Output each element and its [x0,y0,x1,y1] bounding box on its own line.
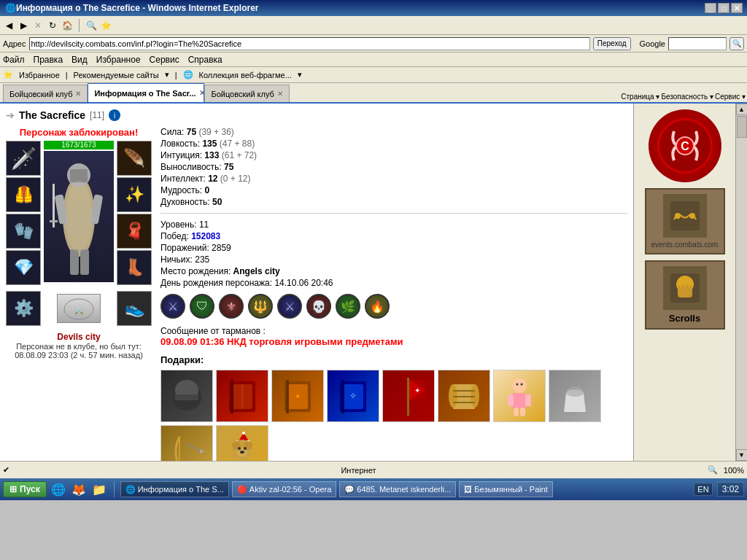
taskbar-icon-2: 💬 [344,485,355,494]
equipment-slot-1[interactable]: 🗡️ [6,141,41,176]
gift-item-2[interactable] [216,370,268,422]
char-main: Персонаж заблокирован! 🗡️ 🦺 🧤 [6,127,627,461]
tab-0[interactable]: Бойцовский клуб ✕ [3,85,88,102]
favorites-button[interactable]: ⭐ [100,20,112,31]
faction-icon-7[interactable]: 🌿 [336,294,360,319]
favorites-label[interactable]: Избранное [19,71,60,79]
tab-0-close[interactable]: ✕ [75,90,81,98]
guild-logo[interactable]: ⚔️ [57,294,101,323]
scroll-track[interactable] [736,115,748,449]
gift-item-4[interactable]: ✧ [327,370,379,422]
events-url: events.combats.com [651,241,719,249]
scroll-down-button[interactable]: ▼ [736,449,748,461]
gift-item-9[interactable] [160,425,213,461]
forward-button[interactable]: ▶ [18,20,29,31]
gift-item-5[interactable]: ✦ [382,370,435,422]
start-button[interactable]: ⊞ Пуск [3,481,47,497]
equipment-slot-7[interactable]: 🧣 [117,214,152,249]
tools-button[interactable]: Сервис ▾ [715,93,746,101]
minimize-button[interactable]: _ [705,3,716,13]
tab-1-close[interactable]: ✕ [199,89,205,97]
tab-2[interactable]: Бойцовский клуб ✕ [204,85,289,102]
faction-icon-1[interactable]: ⚔ [160,294,185,319]
combats-logo[interactable]: C [649,109,721,182]
google-search-button[interactable]: 🔍 [729,37,744,50]
equipment-slot-8[interactable]: 👢 [117,250,152,285]
taskbar-item-1[interactable]: 🔴 Aktiv zal-02:56 - Opera [232,481,337,497]
svg-text:✦: ✦ [414,386,420,394]
info-icon[interactable]: i [109,109,120,121]
tab-2-close[interactable]: ✕ [277,90,283,98]
lang-indicator[interactable]: EN [694,483,712,496]
menu-tools[interactable]: Сервис [150,55,179,65]
gift-item-3[interactable]: ✦ [271,370,324,422]
gift-item-8[interactable] [549,370,601,422]
gift-item-10[interactable]: Подарок от Tanya-casual [216,425,268,461]
menu-file[interactable]: Файл [3,55,25,65]
guild-date: 08.08.09 23:03 (2 ч. 57 мин. назад) [6,351,152,359]
equipment-slot-2[interactable]: 🦺 [6,177,41,212]
quicklaunch-folder[interactable]: 📁 [92,483,107,497]
events-banner[interactable]: events.combats.com [645,188,725,254]
menu-favorites[interactable]: Избранное [96,55,141,65]
gift-item-1[interactable] [160,370,213,422]
stop-button[interactable]: ✕ [32,20,44,31]
search-button[interactable]: 🔍 [85,20,97,31]
scroll-thumb[interactable] [737,116,747,138]
strength-val: 75 [187,127,196,137]
gifts-section: Подарки: [160,354,627,461]
tab-1-label: Информация о The Sacr... [94,89,196,98]
equipment-slot-5[interactable]: 🪶 [117,141,152,176]
restore-button[interactable]: □ [718,3,729,13]
security-button[interactable]: Безопасность ▾ [661,93,713,101]
recommended-sites[interactable]: Рекомендуемые сайты [74,71,159,79]
google-search-input[interactable] [668,37,727,50]
menu-help[interactable]: Справка [188,55,222,65]
gift-item-6[interactable] [438,370,490,422]
window-controls[interactable]: _ □ ✕ [705,3,743,13]
gift-item-7[interactable] [493,370,546,422]
svg-rect-41 [520,408,525,416]
portrait-area: 🗡️ 🦺 🧤 💎 [6,141,152,287]
menu-view[interactable]: Вид [71,55,88,65]
equipment-slot-belt[interactable]: ⚙️ [6,291,41,326]
taskbar-item-2[interactable]: 💬 6485. Metanet iskenderli... [339,481,456,497]
scrolls-banner[interactable]: Scrolls [645,260,725,330]
address-input[interactable]: http://devilscity.combats.com/inf.pl?log… [29,37,590,50]
faction-icon-3[interactable]: ⚜ [219,294,244,319]
svg-text:C: C [681,140,689,152]
faction-icon-5[interactable]: ⚔ [277,294,302,319]
tab-2-label: Бойцовский клуб [211,90,274,98]
collection-label[interactable]: Коллекция веб-фрагме... [199,71,292,79]
home-button[interactable]: 🏠 [61,20,73,31]
faction-icon-4[interactable]: 🔱 [248,294,273,319]
equipment-slot-3[interactable]: 🧤 [6,214,41,249]
taskbar-item-0[interactable]: 🌐 Информация о The S... [120,481,229,497]
equipment-slot-boots[interactable]: 👟 [117,291,152,326]
svg-rect-103 [684,281,686,287]
faction-icon-8[interactable]: 🔥 [365,294,390,319]
go-button[interactable]: Переход [593,37,631,50]
agility-bonus: (47 + 88) [220,139,255,149]
faction-icon-6[interactable]: 💀 [306,294,331,319]
equipment-slot-4[interactable]: 💎 [6,250,41,285]
close-button[interactable]: ✕ [731,3,743,13]
scrollbar[interactable]: ▲ ▼ [735,104,747,461]
taskbar-label-1: Aktiv zal-02:56 - Opera [249,485,332,494]
equipment-slot-6[interactable]: ✨ [117,177,152,212]
quicklaunch-firefox[interactable]: 🦊 [71,483,86,497]
svg-rect-39 [525,394,531,406]
tab-1[interactable]: Информация о The Sacr... ✕ [88,83,204,102]
spirituality-val: 50 [212,197,222,207]
faction-icon-2[interactable]: 🛡 [190,294,214,319]
guild-section: Devils city Персонаж не в клубе, но был … [6,332,152,359]
intellect-bonus: (0 + 12) [220,174,251,184]
taskbar-item-3[interactable]: 🖼 Безымянный - Paint [459,481,553,497]
menu-edit[interactable]: Правка [34,55,63,65]
page-button[interactable]: Страница ▾ [621,93,659,101]
stat-intuition: Интуиция: 133 (61 + 72) [160,150,627,160]
refresh-button[interactable]: ↻ [47,20,58,31]
scroll-up-button[interactable]: ▲ [736,104,748,115]
back-button[interactable]: ◀ [3,20,15,31]
quicklaunch-ie[interactable]: 🌐 [51,483,66,497]
